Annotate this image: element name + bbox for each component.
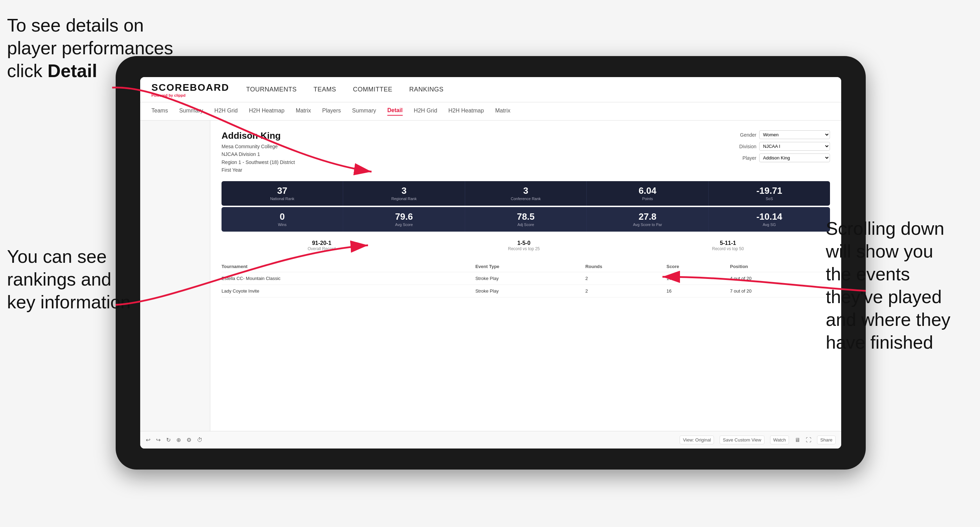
ann-tl-line3-bold: Detail (48, 60, 97, 81)
event-type-1: Stroke Play (475, 272, 585, 284)
division-select[interactable]: NJCAA I (759, 142, 830, 151)
sidebar (140, 121, 210, 431)
watch-btn[interactable]: Watch (770, 435, 789, 444)
subnav-h2h-grid2[interactable]: H2H Grid (414, 108, 438, 115)
annotation-right: Scrolling down will show you the events … (826, 217, 973, 354)
stat-avg-sg-label: Avg SG (763, 222, 776, 227)
nav-tournaments[interactable]: TOURNAMENTS (246, 86, 296, 93)
stat-national-rank: 37 National Rank (221, 181, 343, 206)
settings-icon[interactable]: ⚙ (186, 437, 191, 443)
annotation-bottom-left: You can see rankings and key information (7, 245, 131, 314)
player-label: Player (732, 155, 756, 161)
nav-rankings[interactable]: RANKINGS (409, 86, 443, 93)
ann-tl-line1: To see details on (7, 15, 144, 35)
col-score: Score (666, 261, 730, 272)
logo-area: SCOREBOARD Powered by clippd (151, 82, 229, 97)
ann-bl-line2: rankings and (7, 269, 111, 289)
score-1: 17 (666, 272, 730, 284)
col-event-type: Event Type (475, 261, 585, 272)
record-top50-label: Record vs top 50 (712, 246, 744, 251)
subnav-players[interactable]: Players (322, 108, 341, 115)
subnav-matrix2[interactable]: Matrix (495, 108, 511, 115)
stat-national-rank-label: National Rank (270, 197, 294, 201)
stat-sos-value: -19.71 (756, 186, 782, 195)
player-division: NJCAA Division 1 (221, 150, 295, 158)
subnav-summary1[interactable]: Summary (179, 108, 203, 115)
position-2: 7 out of 20 (730, 284, 830, 297)
tablet-screen: SCOREBOARD Powered by clippd TOURNAMENTS… (140, 77, 841, 449)
tournament-name-1: Estella CC- Mountain Classic (221, 272, 475, 284)
stat-adj-score-value: 78.5 (517, 212, 535, 221)
view-original-btn[interactable]: View: Original (679, 435, 714, 444)
table-header-row: Tournament Event Type Rounds Score Posit… (221, 261, 830, 272)
rounds-2: 2 (585, 284, 667, 297)
bottom-toolbar: ↩ ↪ ↻ ⊕ ⚙ ⏱ View: Original Save Custom V… (140, 431, 841, 449)
gender-select[interactable]: Women (759, 130, 830, 139)
ann-r-line2: will show you (826, 241, 933, 261)
refresh-icon[interactable]: ↻ (166, 437, 171, 443)
subnav-h2h-grid1[interactable]: H2H Grid (215, 108, 238, 115)
stat-avg-score-value: 79.6 (395, 212, 413, 221)
subnav-detail[interactable]: Detail (387, 107, 403, 116)
redo-icon[interactable]: ↪ (156, 437, 161, 443)
stat-conference-rank: 3 Conference Rank (465, 181, 587, 206)
stats-row-2: 0 Wins 79.6 Avg Score 78.5 Adj Score 27.… (221, 207, 830, 232)
score-2: 16 (666, 284, 730, 297)
player-name: Addison King (221, 130, 295, 141)
ann-tl-line3-prefix: click (7, 60, 48, 81)
clock-icon[interactable]: ⏱ (197, 437, 203, 443)
save-custom-view-btn[interactable]: Save Custom View (719, 435, 764, 444)
stat-wins: 0 Wins (221, 207, 343, 232)
record-overall: 91-20-1 Overall Record (308, 240, 336, 251)
stat-sos: -19.71 SoS (709, 181, 830, 206)
subnav-matrix1[interactable]: Matrix (296, 108, 311, 115)
ann-r-line5: and where they (826, 310, 951, 330)
expand-icon[interactable]: ⛶ (806, 437, 811, 443)
stat-national-rank-value: 37 (277, 186, 287, 195)
record-top25-value: 1-5-0 (508, 240, 540, 246)
ann-bl-line1: You can see (7, 246, 107, 267)
record-top25: 1-5-0 Record vs top 25 (508, 240, 540, 251)
stat-avg-score-par-label: Avg Score to Par (633, 222, 662, 227)
undo-icon[interactable]: ↩ (146, 437, 150, 443)
division-row: Division NJCAA I (732, 142, 830, 151)
stat-regional-rank-value: 3 (401, 186, 406, 195)
player-select[interactable]: Addison King (759, 154, 830, 162)
stat-sos-label: SoS (765, 197, 773, 201)
table-row[interactable]: Lady Coyote Invite Stroke Play 2 16 7 ou… (221, 284, 830, 297)
table-row[interactable]: Estella CC- Mountain Classic Stroke Play… (221, 272, 830, 284)
record-top50-value: 5-11-1 (712, 240, 744, 246)
top-nav: SCOREBOARD Powered by clippd TOURNAMENTS… (140, 77, 841, 102)
player-college: Mesa Community College (221, 143, 295, 150)
records-row: 91-20-1 Overall Record 1-5-0 Record vs t… (221, 237, 830, 254)
ann-r-line3: the events (826, 264, 910, 284)
logo-powered: Powered by clippd (151, 93, 229, 97)
content-area: Addison King Mesa Community College NJCA… (210, 121, 841, 431)
gender-label: Gender (732, 132, 756, 138)
stat-adj-score-label: Adj Score (517, 222, 534, 227)
nav-committee[interactable]: COMMITTEE (353, 86, 393, 93)
rounds-1: 2 (585, 272, 667, 284)
subnav-summary2[interactable]: Summary (352, 108, 376, 115)
tournament-name-2: Lady Coyote Invite (221, 284, 475, 297)
ann-r-line4: they've played (826, 287, 942, 307)
stats-row-1: 37 National Rank 3 Regional Rank 3 Confe… (221, 181, 830, 206)
record-top25-label: Record vs top 25 (508, 246, 540, 251)
player-year: First Year (221, 166, 295, 174)
stat-avg-sg: -10.14 Avg SG (709, 207, 830, 232)
tournament-table: Tournament Event Type Rounds Score Posit… (221, 261, 830, 297)
share-btn[interactable]: Share (817, 435, 835, 444)
subnav-h2h-heatmap1[interactable]: H2H Heatmap (249, 108, 284, 115)
stat-avg-score-par-value: 27.8 (639, 212, 657, 221)
nav-teams[interactable]: TEAMS (313, 86, 336, 93)
ann-r-line6: have finished (826, 332, 933, 352)
ann-bl-line3: key information (7, 292, 131, 312)
nav-items: TOURNAMENTS TEAMS COMMITTEE RANKINGS (246, 86, 443, 93)
subnav-teams[interactable]: Teams (151, 108, 168, 115)
ann-r-line1: Scrolling down (826, 218, 944, 239)
position-1: 4 out of 20 (730, 272, 830, 284)
screen-icon[interactable]: 🖥 (795, 437, 800, 443)
record-top50: 5-11-1 Record vs top 50 (712, 240, 744, 251)
subnav-h2h-heatmap2[interactable]: H2H Heatmap (448, 108, 484, 115)
zoom-icon[interactable]: ⊕ (176, 437, 181, 443)
